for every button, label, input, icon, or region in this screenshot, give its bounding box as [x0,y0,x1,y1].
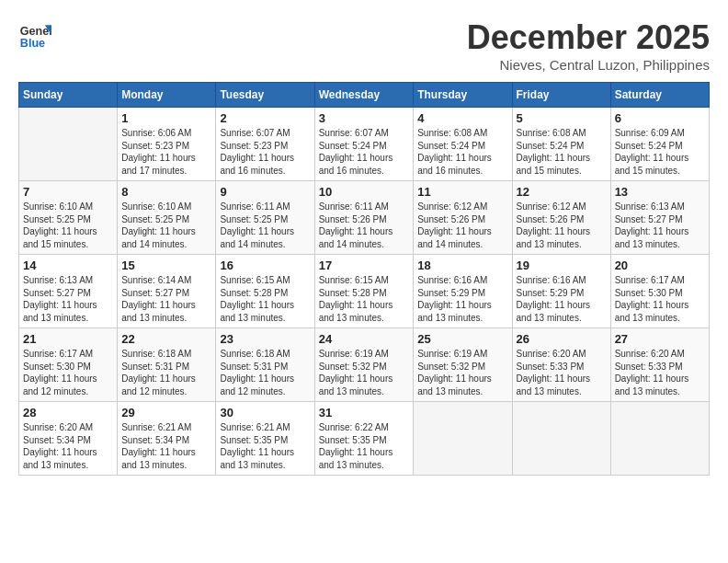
calendar-cell: 13Sunrise: 6:13 AMSunset: 5:27 PMDayligh… [610,181,709,255]
day-number: 24 [319,332,410,346]
day-info: Sunrise: 6:20 AMSunset: 5:33 PMDaylight:… [517,348,607,397]
day-number: 25 [417,332,507,346]
day-info: Sunrise: 6:18 AMSunset: 5:31 PMDaylight:… [121,348,211,397]
calendar-cell: 21Sunrise: 6:17 AMSunset: 5:30 PMDayligh… [19,328,118,402]
day-number: 13 [615,185,705,199]
day-info: Sunrise: 6:08 AMSunset: 5:24 PMDaylight:… [517,127,607,177]
day-number: 26 [517,332,607,346]
calendar-week-row: 28Sunrise: 6:20 AMSunset: 5:34 PMDayligh… [19,402,710,476]
day-number: 3 [319,111,410,125]
day-info: Sunrise: 6:15 AMSunset: 5:28 PMDaylight:… [220,274,310,324]
day-number: 28 [23,406,113,419]
calendar-cell: 2Sunrise: 6:07 AMSunset: 5:23 PMDaylight… [216,108,314,181]
calendar-cell: 4Sunrise: 6:08 AMSunset: 5:24 PMDaylight… [414,108,512,181]
day-info: Sunrise: 6:09 AMSunset: 5:24 PMDaylight:… [615,127,705,177]
day-info: Sunrise: 6:13 AMSunset: 5:27 PMDaylight:… [23,274,113,324]
title-block: December 2025 Nieves, Central Luzon, Phi… [467,18,710,73]
day-info: Sunrise: 6:18 AMSunset: 5:31 PMDaylight:… [220,348,310,397]
day-number: 23 [220,332,310,346]
calendar-cell: 19Sunrise: 6:16 AMSunset: 5:29 PMDayligh… [512,255,610,328]
weekday-header-tuesday: Tuesday [216,83,314,108]
day-info: Sunrise: 6:12 AMSunset: 5:26 PMDaylight:… [417,201,507,250]
weekday-header-saturday: Saturday [610,83,709,108]
calendar-cell: 8Sunrise: 6:10 AMSunset: 5:25 PMDaylight… [118,181,216,255]
day-number: 10 [319,185,410,199]
calendar-cell: 27Sunrise: 6:20 AMSunset: 5:33 PMDayligh… [610,328,709,402]
day-number: 19 [517,259,607,272]
day-info: Sunrise: 6:10 AMSunset: 5:25 PMDaylight:… [121,201,211,250]
month-title: December 2025 [467,18,710,57]
day-info: Sunrise: 6:20 AMSunset: 5:33 PMDaylight:… [615,348,705,397]
calendar-cell: 30Sunrise: 6:21 AMSunset: 5:35 PMDayligh… [216,402,314,476]
calendar-cell: 31Sunrise: 6:22 AMSunset: 5:35 PMDayligh… [314,402,414,476]
day-info: Sunrise: 6:16 AMSunset: 5:29 PMDaylight:… [417,274,507,324]
day-number: 31 [319,406,410,419]
day-info: Sunrise: 6:07 AMSunset: 5:24 PMDaylight:… [319,127,410,177]
day-info: Sunrise: 6:19 AMSunset: 5:32 PMDaylight:… [319,348,410,397]
calendar-cell: 1Sunrise: 6:06 AMSunset: 5:23 PMDaylight… [118,108,216,181]
location-subtitle: Nieves, Central Luzon, Philippines [467,57,710,73]
calendar-cell: 6Sunrise: 6:09 AMSunset: 5:24 PMDaylight… [610,108,709,181]
day-number: 6 [615,111,705,125]
calendar-cell: 15Sunrise: 6:14 AMSunset: 5:27 PMDayligh… [118,255,216,328]
day-number: 20 [615,259,705,272]
day-number: 11 [417,185,507,199]
day-number: 14 [23,259,113,272]
calendar-week-row: 21Sunrise: 6:17 AMSunset: 5:30 PMDayligh… [19,328,710,402]
day-info: Sunrise: 6:21 AMSunset: 5:34 PMDaylight:… [121,421,211,471]
day-number: 2 [220,111,310,125]
day-number: 1 [121,111,211,125]
calendar-cell: 28Sunrise: 6:20 AMSunset: 5:34 PMDayligh… [19,402,118,476]
day-info: Sunrise: 6:15 AMSunset: 5:28 PMDaylight:… [319,274,410,324]
day-info: Sunrise: 6:20 AMSunset: 5:34 PMDaylight:… [23,421,113,471]
page-header: General Blue December 2025 Nieves, Centr… [18,18,710,73]
calendar-cell: 29Sunrise: 6:21 AMSunset: 5:34 PMDayligh… [118,402,216,476]
day-number: 21 [23,332,113,346]
day-number: 5 [517,111,607,125]
day-number: 8 [121,185,211,199]
calendar-cell [610,402,709,476]
weekday-header-friday: Friday [512,83,610,108]
calendar-cell: 22Sunrise: 6:18 AMSunset: 5:31 PMDayligh… [118,328,216,402]
day-info: Sunrise: 6:21 AMSunset: 5:35 PMDaylight:… [220,421,310,471]
calendar-cell: 10Sunrise: 6:11 AMSunset: 5:26 PMDayligh… [314,181,414,255]
calendar-cell: 3Sunrise: 6:07 AMSunset: 5:24 PMDaylight… [314,108,414,181]
calendar-cell: 9Sunrise: 6:11 AMSunset: 5:25 PMDaylight… [216,181,314,255]
calendar-cell: 7Sunrise: 6:10 AMSunset: 5:25 PMDaylight… [19,181,118,255]
day-info: Sunrise: 6:22 AMSunset: 5:35 PMDaylight:… [319,421,410,471]
calendar-week-row: 14Sunrise: 6:13 AMSunset: 5:27 PMDayligh… [19,255,710,328]
day-info: Sunrise: 6:11 AMSunset: 5:25 PMDaylight:… [220,201,310,250]
calendar-cell [414,402,512,476]
calendar-week-row: 1Sunrise: 6:06 AMSunset: 5:23 PMDaylight… [19,108,710,181]
weekday-header-thursday: Thursday [414,83,512,108]
day-number: 7 [23,185,113,199]
calendar-cell: 24Sunrise: 6:19 AMSunset: 5:32 PMDayligh… [314,328,414,402]
day-info: Sunrise: 6:12 AMSunset: 5:26 PMDaylight:… [517,201,607,250]
day-info: Sunrise: 6:07 AMSunset: 5:23 PMDaylight:… [220,127,310,177]
calendar-week-row: 7Sunrise: 6:10 AMSunset: 5:25 PMDaylight… [19,181,710,255]
calendar-table: SundayMondayTuesdayWednesdayThursdayFrid… [18,82,710,476]
day-number: 9 [220,185,310,199]
day-number: 22 [121,332,211,346]
calendar-cell: 17Sunrise: 6:15 AMSunset: 5:28 PMDayligh… [314,255,414,328]
weekday-header-monday: Monday [118,83,216,108]
calendar-cell: 16Sunrise: 6:15 AMSunset: 5:28 PMDayligh… [216,255,314,328]
day-number: 27 [615,332,705,346]
calendar-cell: 26Sunrise: 6:20 AMSunset: 5:33 PMDayligh… [512,328,610,402]
calendar-cell: 23Sunrise: 6:18 AMSunset: 5:31 PMDayligh… [216,328,314,402]
day-info: Sunrise: 6:13 AMSunset: 5:27 PMDaylight:… [615,201,705,250]
day-number: 15 [121,259,211,272]
calendar-cell [512,402,610,476]
day-info: Sunrise: 6:11 AMSunset: 5:26 PMDaylight:… [319,201,410,250]
day-number: 30 [220,406,310,419]
svg-text:Blue: Blue [20,37,45,50]
calendar-cell [19,108,118,181]
logo: General Blue [18,18,51,52]
day-number: 18 [417,259,507,272]
calendar-cell: 20Sunrise: 6:17 AMSunset: 5:30 PMDayligh… [610,255,709,328]
calendar-cell: 18Sunrise: 6:16 AMSunset: 5:29 PMDayligh… [414,255,512,328]
weekday-header-row: SundayMondayTuesdayWednesdayThursdayFrid… [19,83,710,108]
logo-icon: General Blue [18,18,51,52]
day-info: Sunrise: 6:17 AMSunset: 5:30 PMDaylight:… [615,274,705,324]
day-number: 29 [121,406,211,419]
